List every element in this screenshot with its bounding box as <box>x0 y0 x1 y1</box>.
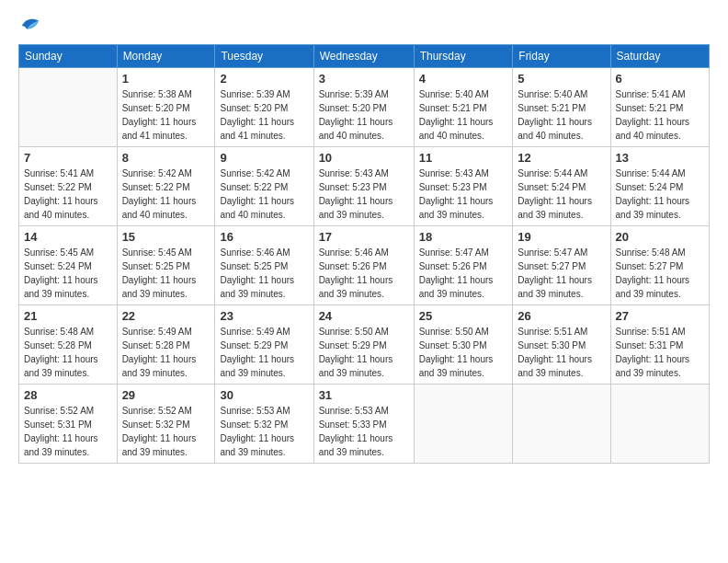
day-number: 11 <box>419 151 508 165</box>
calendar-cell: 4Sunrise: 5:40 AMSunset: 5:21 PMDaylight… <box>414 68 513 147</box>
calendar-cell: 16Sunrise: 5:46 AMSunset: 5:25 PMDayligh… <box>215 226 313 305</box>
day-number: 16 <box>220 230 308 244</box>
day-number: 5 <box>518 72 605 86</box>
calendar-week-row: 28Sunrise: 5:52 AMSunset: 5:31 PMDayligh… <box>19 385 710 464</box>
calendar-cell: 26Sunrise: 5:51 AMSunset: 5:30 PMDayligh… <box>513 305 610 385</box>
day-info: Sunrise: 5:50 AMSunset: 5:30 PMDaylight:… <box>419 325 508 380</box>
day-info: Sunrise: 5:40 AMSunset: 5:21 PMDaylight:… <box>518 87 605 143</box>
day-number: 1 <box>122 72 210 86</box>
day-number: 14 <box>24 230 112 244</box>
day-number: 8 <box>122 151 210 165</box>
calendar-cell <box>610 385 709 464</box>
day-info: Sunrise: 5:43 AMSunset: 5:23 PMDaylight:… <box>319 167 409 222</box>
day-number: 18 <box>419 230 508 244</box>
logo <box>18 17 40 35</box>
calendar-cell <box>513 385 610 464</box>
day-number: 7 <box>24 151 112 165</box>
day-info: Sunrise: 5:39 AMSunset: 5:20 PMDaylight:… <box>319 87 409 143</box>
day-number: 25 <box>419 309 508 323</box>
day-info: Sunrise: 5:49 AMSunset: 5:29 PMDaylight:… <box>220 325 308 380</box>
day-number: 3 <box>319 72 409 86</box>
calendar-cell: 25Sunrise: 5:50 AMSunset: 5:30 PMDayligh… <box>414 305 513 385</box>
day-info: Sunrise: 5:52 AMSunset: 5:32 PMDaylight:… <box>122 404 210 459</box>
day-number: 29 <box>122 388 210 402</box>
day-info: Sunrise: 5:51 AMSunset: 5:31 PMDaylight:… <box>616 325 704 380</box>
calendar-cell: 28Sunrise: 5:52 AMSunset: 5:31 PMDayligh… <box>19 385 118 464</box>
calendar-cell: 12Sunrise: 5:44 AMSunset: 5:24 PMDayligh… <box>513 147 610 226</box>
weekday-header-tuesday: Tuesday <box>215 45 313 68</box>
page-header <box>18 17 710 35</box>
logo-bird-icon <box>20 17 40 35</box>
day-number: 24 <box>319 309 409 323</box>
day-info: Sunrise: 5:47 AMSunset: 5:27 PMDaylight:… <box>518 246 605 301</box>
calendar-cell: 30Sunrise: 5:53 AMSunset: 5:32 PMDayligh… <box>215 385 313 464</box>
calendar-cell: 8Sunrise: 5:42 AMSunset: 5:22 PMDaylight… <box>117 147 215 226</box>
weekday-header-wednesday: Wednesday <box>313 45 414 68</box>
calendar-week-row: 1Sunrise: 5:38 AMSunset: 5:20 PMDaylight… <box>19 68 710 147</box>
calendar-cell: 24Sunrise: 5:50 AMSunset: 5:29 PMDayligh… <box>313 305 414 385</box>
day-number: 19 <box>518 230 605 244</box>
day-info: Sunrise: 5:47 AMSunset: 5:26 PMDaylight:… <box>419 246 508 301</box>
day-info: Sunrise: 5:46 AMSunset: 5:26 PMDaylight:… <box>319 246 409 301</box>
day-info: Sunrise: 5:53 AMSunset: 5:33 PMDaylight:… <box>319 404 409 459</box>
day-number: 17 <box>319 230 409 244</box>
calendar-cell <box>19 68 118 147</box>
day-info: Sunrise: 5:41 AMSunset: 5:22 PMDaylight:… <box>24 167 112 222</box>
day-info: Sunrise: 5:39 AMSunset: 5:20 PMDaylight:… <box>220 87 308 143</box>
day-info: Sunrise: 5:53 AMSunset: 5:32 PMDaylight:… <box>220 404 308 459</box>
calendar-week-row: 21Sunrise: 5:48 AMSunset: 5:28 PMDayligh… <box>19 305 710 385</box>
day-info: Sunrise: 5:49 AMSunset: 5:28 PMDaylight:… <box>122 325 210 380</box>
day-info: Sunrise: 5:50 AMSunset: 5:29 PMDaylight:… <box>319 325 409 380</box>
day-info: Sunrise: 5:41 AMSunset: 5:21 PMDaylight:… <box>616 87 704 143</box>
calendar-cell <box>414 385 513 464</box>
weekday-header-sunday: Sunday <box>19 45 118 68</box>
day-info: Sunrise: 5:52 AMSunset: 5:31 PMDaylight:… <box>24 404 112 459</box>
calendar-cell: 19Sunrise: 5:47 AMSunset: 5:27 PMDayligh… <box>513 226 610 305</box>
day-number: 27 <box>616 309 704 323</box>
calendar-cell: 3Sunrise: 5:39 AMSunset: 5:20 PMDaylight… <box>313 68 414 147</box>
weekday-header-saturday: Saturday <box>610 45 709 68</box>
calendar-table: SundayMondayTuesdayWednesdayThursdayFrid… <box>18 44 710 464</box>
day-number: 2 <box>220 72 308 86</box>
day-number: 12 <box>518 151 605 165</box>
calendar-week-row: 7Sunrise: 5:41 AMSunset: 5:22 PMDaylight… <box>19 147 710 226</box>
day-info: Sunrise: 5:40 AMSunset: 5:21 PMDaylight:… <box>419 87 508 143</box>
calendar-cell: 31Sunrise: 5:53 AMSunset: 5:33 PMDayligh… <box>313 385 414 464</box>
calendar-cell: 11Sunrise: 5:43 AMSunset: 5:23 PMDayligh… <box>414 147 513 226</box>
calendar-cell: 9Sunrise: 5:42 AMSunset: 5:22 PMDaylight… <box>215 147 313 226</box>
calendar-cell: 21Sunrise: 5:48 AMSunset: 5:28 PMDayligh… <box>19 305 118 385</box>
day-number: 26 <box>518 309 605 323</box>
calendar-cell: 5Sunrise: 5:40 AMSunset: 5:21 PMDaylight… <box>513 68 610 147</box>
calendar-cell: 7Sunrise: 5:41 AMSunset: 5:22 PMDaylight… <box>19 147 118 226</box>
day-info: Sunrise: 5:43 AMSunset: 5:23 PMDaylight:… <box>419 167 508 222</box>
day-info: Sunrise: 5:42 AMSunset: 5:22 PMDaylight:… <box>220 167 308 222</box>
calendar-cell: 20Sunrise: 5:48 AMSunset: 5:27 PMDayligh… <box>610 226 709 305</box>
calendar-cell: 23Sunrise: 5:49 AMSunset: 5:29 PMDayligh… <box>215 305 313 385</box>
weekday-header-row: SundayMondayTuesdayWednesdayThursdayFrid… <box>19 45 710 68</box>
day-info: Sunrise: 5:45 AMSunset: 5:25 PMDaylight:… <box>122 246 210 301</box>
day-number: 23 <box>220 309 308 323</box>
calendar-cell: 1Sunrise: 5:38 AMSunset: 5:20 PMDaylight… <box>117 68 215 147</box>
day-number: 28 <box>24 388 112 402</box>
calendar-cell: 10Sunrise: 5:43 AMSunset: 5:23 PMDayligh… <box>313 147 414 226</box>
calendar-cell: 6Sunrise: 5:41 AMSunset: 5:21 PMDaylight… <box>610 68 709 147</box>
day-info: Sunrise: 5:48 AMSunset: 5:27 PMDaylight:… <box>616 246 704 301</box>
day-info: Sunrise: 5:42 AMSunset: 5:22 PMDaylight:… <box>122 167 210 222</box>
day-info: Sunrise: 5:45 AMSunset: 5:24 PMDaylight:… <box>24 246 112 301</box>
calendar-cell: 14Sunrise: 5:45 AMSunset: 5:24 PMDayligh… <box>19 226 118 305</box>
day-number: 4 <box>419 72 508 86</box>
day-number: 15 <box>122 230 210 244</box>
day-info: Sunrise: 5:44 AMSunset: 5:24 PMDaylight:… <box>616 167 704 222</box>
calendar-page: SundayMondayTuesdayWednesdayThursdayFrid… <box>0 0 728 563</box>
day-number: 30 <box>220 388 308 402</box>
day-info: Sunrise: 5:46 AMSunset: 5:25 PMDaylight:… <box>220 246 308 301</box>
day-number: 13 <box>616 151 704 165</box>
day-number: 20 <box>616 230 704 244</box>
calendar-cell: 22Sunrise: 5:49 AMSunset: 5:28 PMDayligh… <box>117 305 215 385</box>
calendar-cell: 2Sunrise: 5:39 AMSunset: 5:20 PMDaylight… <box>215 68 313 147</box>
day-number: 21 <box>24 309 112 323</box>
calendar-cell: 13Sunrise: 5:44 AMSunset: 5:24 PMDayligh… <box>610 147 709 226</box>
day-info: Sunrise: 5:51 AMSunset: 5:30 PMDaylight:… <box>518 325 605 380</box>
weekday-header-thursday: Thursday <box>414 45 513 68</box>
day-number: 31 <box>319 388 409 402</box>
